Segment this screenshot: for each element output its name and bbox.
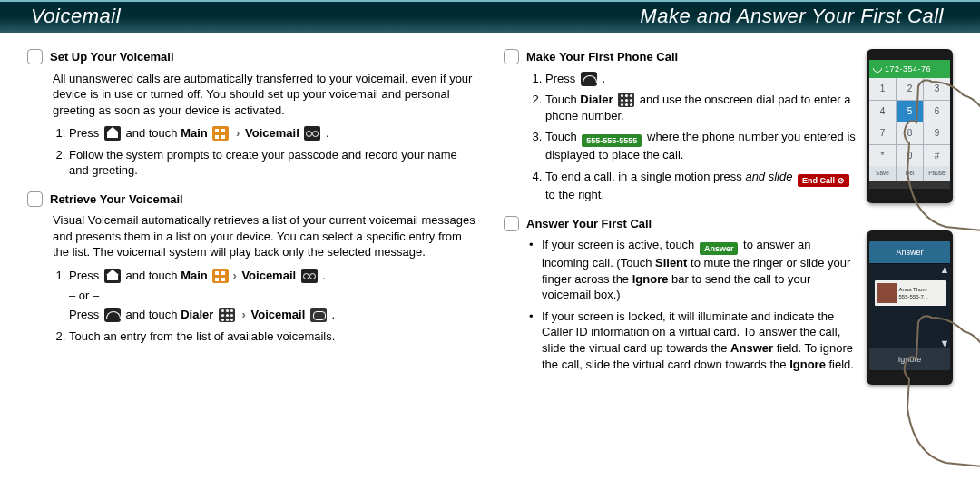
voicemail-dialer-icon: [310, 308, 327, 322]
dialpad-key: 1: [869, 78, 896, 100]
chevron-right-icon: ›: [236, 126, 240, 140]
retrieve-step-1: Press and touch Main › Voicemail . – or …: [69, 268, 476, 323]
dialpad-key: *: [869, 145, 896, 167]
main-grid-icon: [212, 269, 229, 283]
dialpad-action: Save: [869, 166, 896, 181]
make-step-2: Touch Dialer and use the onscreen dial p…: [545, 92, 856, 123]
voicemail-icon: [304, 126, 320, 141]
checkbox-icon: [504, 216, 519, 231]
retrieve-step-2: Touch an entry from the list of availabl…: [69, 328, 476, 345]
dialpad-key: #: [924, 145, 950, 167]
page-title-right: Make and Answer Your First Call: [640, 3, 944, 30]
phone-ignore-bar: Ignore: [869, 348, 950, 370]
phone-icon: [581, 72, 597, 86]
main-grid-icon: [212, 126, 229, 141]
phone-dialed-number: 172-354-76: [869, 60, 950, 78]
avatar: [877, 283, 897, 303]
left-column: Set Up Your Voicemail All unanswered cal…: [27, 49, 476, 385]
dialpad-key: 0: [897, 145, 923, 167]
checkbox-icon: [27, 49, 43, 64]
dialpad-key: 3: [924, 78, 950, 100]
phone-answer-bar: Answer: [869, 241, 950, 264]
dialpad-action: Del: [897, 166, 923, 181]
answer-bullet-2: If your screen is locked, it will illumi…: [529, 309, 856, 372]
home-icon: [104, 269, 121, 283]
dialpad-key: 8: [897, 122, 923, 144]
heading-make-call: Make Your First Phone Call: [526, 49, 678, 65]
setup-step-1: Press and touch Main › Voicemail .: [69, 125, 476, 142]
phone-icon: [104, 308, 121, 322]
checkbox-icon: [27, 191, 43, 207]
dialer-icon: [618, 93, 634, 107]
dialpad-key: 7: [869, 122, 896, 144]
answer-pill: Answer: [700, 242, 739, 255]
answer-bullet-1: If your screen is active, touch Answer t…: [529, 237, 856, 303]
right-column: Make Your First Phone Call Press . Touch…: [504, 49, 953, 385]
chevron-right-icon: ›: [232, 269, 236, 282]
phone-action-row: SaveDelPause: [869, 166, 950, 181]
voicemail-icon: [301, 269, 318, 283]
make-step-3: Touch 555-555-5555 where the phone numbe…: [545, 129, 856, 163]
phone-dialpad: 123456789*0#: [869, 78, 950, 166]
dialpad-key: 5: [897, 101, 923, 122]
phone-mock-dialer: 172-354-76 123456789*0# SaveDelPause: [867, 49, 953, 203]
dialpad-key: 2: [897, 78, 923, 100]
dialpad-key: 9: [924, 122, 950, 144]
swipe-arrows-icon: ▲▼: [941, 265, 948, 348]
phone-number-pill: 555-555-5555: [582, 134, 642, 147]
chevron-right-icon: ›: [242, 308, 246, 321]
phone-caller-card: Anna Thom555-555-7...: [875, 280, 946, 306]
setup-intro: All unanswered calls are automatically t…: [53, 71, 476, 119]
dialpad-key: 6: [924, 101, 950, 122]
heading-setup-voicemail: Set Up Your Voicemail: [50, 49, 174, 65]
retrieve-intro: Visual Voicemail automatically retrieves…: [53, 212, 476, 260]
dialpad-key: 4: [869, 101, 896, 122]
page-title-left: Voicemail: [31, 3, 121, 30]
heading-answer-call: Answer Your First Call: [526, 216, 652, 232]
make-step-4: To end a call, in a single motion press …: [545, 169, 856, 203]
setup-step-2: Follow the system prompts to create your…: [69, 147, 476, 179]
dialer-icon: [219, 308, 235, 322]
checkbox-icon: [504, 49, 519, 64]
make-step-1: Press .: [545, 71, 856, 87]
end-call-pill: End Call ⊘: [798, 174, 849, 187]
heading-retrieve-voicemail: Retrieve Your Voicemail: [50, 191, 183, 208]
phone-mock-incoming: Answer Anna Thom555-555-7... ▲▼ Ignore: [867, 230, 953, 385]
home-icon: [104, 126, 121, 141]
dialpad-action: Pause: [924, 166, 950, 181]
